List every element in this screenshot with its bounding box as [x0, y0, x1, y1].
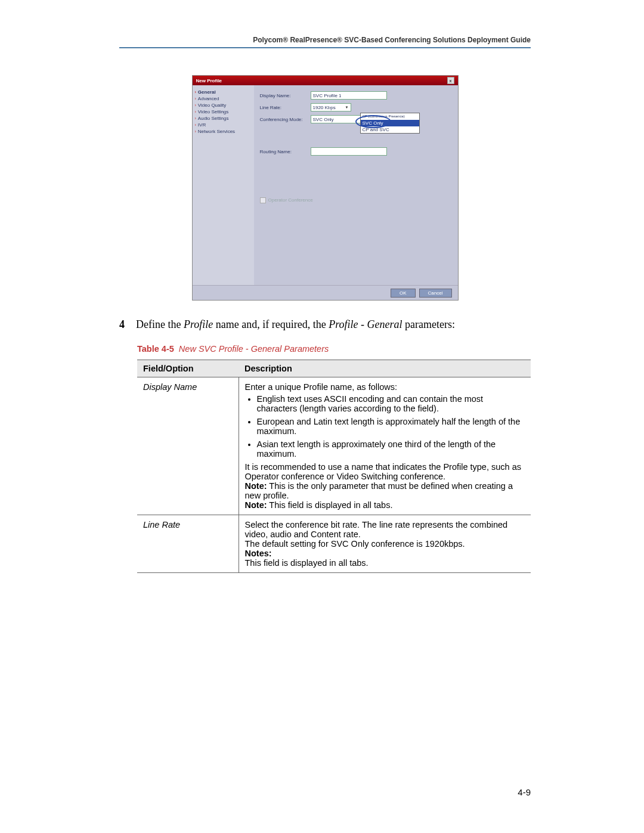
dialog-nav: ›General ›Advanced ›Video Quality ›Video…	[193, 85, 254, 285]
nav-video-settings[interactable]: ›Video Settings	[195, 109, 252, 115]
dropdown-option-selected[interactable]: SVC Only	[361, 120, 419, 126]
ok-button[interactable]: OK	[391, 289, 416, 298]
field-name: Display Name	[137, 377, 239, 515]
page-header: Polycom® RealPresence® SVC-Based Confere…	[119, 36, 531, 44]
dialog-buttons: OK Cancel	[193, 285, 458, 300]
divider	[119, 47, 531, 48]
table-row: Display Name Enter a unique Profile name…	[137, 377, 531, 515]
step-number: 4	[119, 318, 125, 331]
input-display-name[interactable]: SVC Profile 1	[311, 91, 387, 100]
chevron-down-icon: ▼	[345, 106, 349, 109]
page-number: 4-9	[518, 787, 531, 797]
checkbox-operator-conf[interactable]: Operator Conference	[260, 197, 452, 203]
step-4: 4 Define the Profile name and, if requir…	[119, 318, 531, 331]
step-text: Define the Profile name and, if required…	[136, 318, 455, 331]
label-conf-mode: Conferencing Mode:	[260, 117, 311, 122]
cancel-button[interactable]: Cancel	[419, 289, 452, 298]
col-field: Field/Option	[137, 360, 239, 377]
nav-ivr[interactable]: ›IVR	[195, 122, 252, 128]
dropdown-option[interactable]: CP and SVC	[361, 126, 419, 133]
nav-audio-settings[interactable]: ›Audio Settings	[195, 115, 252, 122]
col-description: Description	[239, 360, 531, 377]
parameters-table: Field/Option Description Display Name En…	[137, 360, 531, 573]
dialog-form: Display Name: SVC Profile 1 Line Rate: 1…	[254, 85, 458, 285]
table-caption: Table 4-5 New SVC Profile - General Para…	[137, 344, 531, 354]
close-icon[interactable]: x	[447, 77, 454, 84]
label-routing-name: Routing Name:	[260, 149, 311, 154]
field-name: Line Rate	[137, 515, 239, 573]
field-description: Enter a unique Profile name, as follows:…	[239, 377, 531, 515]
nav-video-quality[interactable]: ›Video Quality	[195, 102, 252, 109]
label-line-rate: Line Rate:	[260, 105, 311, 110]
input-routing-name[interactable]	[311, 147, 387, 156]
nav-general[interactable]: ›General	[195, 89, 252, 95]
dialog-title: New Profile	[196, 78, 222, 83]
nav-advanced[interactable]: ›Advanced	[195, 95, 252, 102]
nav-network[interactable]: ›Network Services	[195, 128, 252, 135]
conf-mode-dropdown[interactable]: CP (Continuous Presence) SVC Only CP and…	[360, 113, 420, 134]
dialog-titlebar: New Profile x	[193, 76, 458, 85]
table-row: Line Rate Select the conference bit rate…	[137, 515, 531, 573]
label-display-name: Display Name:	[260, 93, 311, 98]
screenshot-dialog: New Profile x ›General ›Advanced ›Video …	[192, 75, 459, 301]
select-line-rate[interactable]: 1920 Kbps▼	[311, 103, 351, 112]
field-description: Select the conference bit rate. The line…	[239, 515, 531, 573]
dropdown-option[interactable]: CP (Continuous Presence)	[361, 113, 419, 120]
